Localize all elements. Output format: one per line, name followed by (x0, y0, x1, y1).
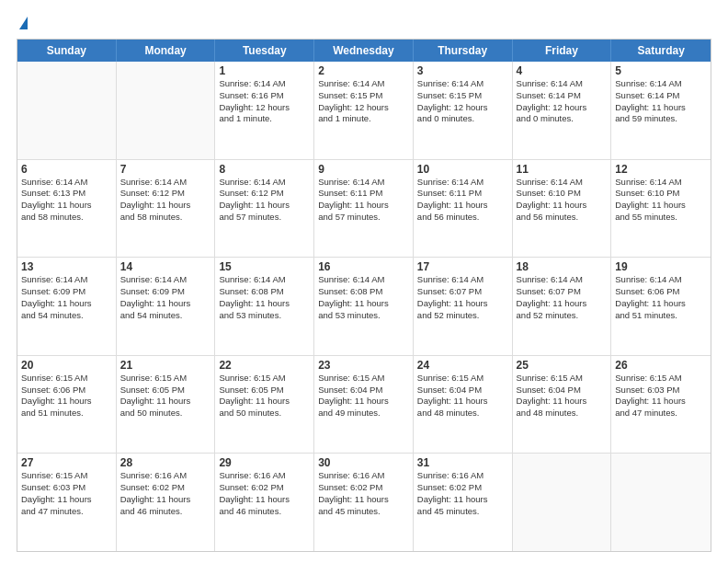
calendar-cell: 22Sunrise: 6:15 AMSunset: 6:05 PMDayligh… (215, 356, 314, 454)
cell-info-line: Sunrise: 6:14 AM (517, 78, 608, 90)
cell-info-line: and 52 minutes. (517, 310, 608, 322)
cell-info-line: Sunset: 6:09 PM (21, 286, 112, 298)
day-number: 12 (615, 163, 707, 176)
cell-info-line: Sunset: 6:16 PM (219, 90, 310, 102)
cell-info-line: and 52 minutes. (417, 310, 508, 322)
cell-info-line: and 53 minutes. (219, 310, 310, 322)
calendar-cell: 2Sunrise: 6:14 AMSunset: 6:15 PMDaylight… (314, 62, 414, 159)
cell-info-line: and 54 minutes. (120, 310, 211, 322)
day-number: 8 (219, 163, 310, 176)
cell-info-line: and 55 minutes. (615, 212, 707, 224)
cell-info-line: Sunrise: 6:14 AM (21, 274, 112, 286)
cell-info-line: Sunrise: 6:14 AM (517, 274, 608, 286)
cell-info-line: Daylight: 11 hours (615, 396, 707, 408)
cell-info-line: Sunset: 6:11 PM (417, 188, 508, 200)
cell-info-line: Sunrise: 6:16 AM (120, 470, 211, 482)
cell-info-line: and 56 minutes. (417, 212, 508, 224)
day-number: 24 (417, 359, 508, 372)
header-day-sunday: Sunday (17, 40, 117, 62)
cell-info-line: and 47 minutes. (21, 506, 112, 518)
cell-info-line: Sunrise: 6:16 AM (219, 470, 310, 482)
cell-info-line: Sunrise: 6:15 AM (615, 373, 707, 385)
day-number: 16 (318, 260, 409, 273)
cell-info-line: Sunset: 6:04 PM (318, 385, 409, 396)
cell-info-line: Sunset: 6:09 PM (120, 286, 211, 298)
cell-info-line: and 0 minutes. (417, 113, 508, 125)
cell-info-line: and 45 minutes. (318, 506, 409, 518)
cell-info-line: Daylight: 12 hours (417, 102, 508, 114)
cell-info-line: Sunrise: 6:14 AM (219, 78, 310, 90)
cell-info-line: Sunset: 6:14 PM (615, 90, 707, 102)
cell-info-line: and 48 minutes. (417, 408, 508, 419)
cell-info-line: Sunset: 6:04 PM (417, 385, 508, 396)
cell-info-line: Sunrise: 6:15 AM (120, 373, 211, 385)
calendar: SundayMondayTuesdayWednesdayThursdayFrid… (17, 39, 711, 552)
cell-info-line: and 56 minutes. (517, 212, 608, 224)
cell-info-line: and 48 minutes. (517, 408, 608, 419)
cell-info-line: and 50 minutes. (120, 408, 211, 419)
cell-info-line: Sunset: 6:05 PM (120, 385, 211, 396)
cell-info-line: Daylight: 11 hours (517, 396, 608, 408)
cell-info-line: Sunset: 6:02 PM (120, 482, 211, 494)
calendar-cell: 9Sunrise: 6:14 AMSunset: 6:11 PMDaylight… (314, 160, 414, 258)
cell-info-line: and 0 minutes. (517, 113, 608, 125)
cell-info-line: Daylight: 12 hours (318, 102, 409, 114)
cell-info-line: and 54 minutes. (21, 310, 112, 322)
cell-info-line: Sunrise: 6:14 AM (219, 274, 310, 286)
cell-info-line: Daylight: 11 hours (517, 298, 608, 310)
cell-info-line: Sunset: 6:15 PM (417, 90, 508, 102)
cell-info-line: Sunrise: 6:14 AM (417, 177, 508, 189)
calendar-cell: 5Sunrise: 6:14 AMSunset: 6:14 PMDaylight… (611, 62, 711, 159)
day-number: 23 (318, 359, 409, 372)
cell-info-line: Sunrise: 6:14 AM (120, 274, 211, 286)
cell-info-line: Sunrise: 6:14 AM (318, 274, 409, 286)
cell-info-line: and 46 minutes. (120, 506, 211, 518)
cell-info-line: Sunset: 6:11 PM (318, 188, 409, 200)
calendar-cell: 28Sunrise: 6:16 AMSunset: 6:02 PMDayligh… (117, 454, 216, 551)
cell-info-line: Sunrise: 6:14 AM (615, 274, 707, 286)
day-number: 20 (21, 359, 112, 372)
header-day-monday: Monday (117, 40, 216, 62)
day-number: 14 (120, 260, 211, 273)
calendar-cell: 17Sunrise: 6:14 AMSunset: 6:07 PMDayligh… (414, 258, 513, 355)
calendar-cell: 14Sunrise: 6:14 AMSunset: 6:09 PMDayligh… (117, 258, 216, 355)
calendar-cell: 29Sunrise: 6:16 AMSunset: 6:02 PMDayligh… (215, 454, 314, 551)
calendar-cell (611, 454, 711, 551)
calendar-cell: 20Sunrise: 6:15 AMSunset: 6:06 PMDayligh… (17, 356, 117, 454)
calendar-week-3: 13Sunrise: 6:14 AMSunset: 6:09 PMDayligh… (17, 258, 711, 356)
cell-info-line: Daylight: 11 hours (517, 200, 608, 212)
day-number: 21 (120, 359, 211, 372)
calendar-header: SundayMondayTuesdayWednesdayThursdayFrid… (17, 40, 711, 62)
day-number: 29 (219, 456, 310, 469)
day-number: 2 (318, 64, 409, 77)
cell-info-line: and 51 minutes. (21, 408, 112, 419)
calendar-cell: 15Sunrise: 6:14 AMSunset: 6:08 PMDayligh… (215, 258, 314, 355)
cell-info-line: Sunset: 6:10 PM (517, 188, 608, 200)
calendar-week-4: 20Sunrise: 6:15 AMSunset: 6:06 PMDayligh… (17, 356, 711, 454)
day-number: 9 (318, 163, 409, 176)
cell-info-line: Daylight: 11 hours (318, 200, 409, 212)
cell-info-line: Sunset: 6:13 PM (21, 188, 112, 200)
cell-info-line: Daylight: 11 hours (219, 298, 310, 310)
day-number: 6 (21, 163, 112, 176)
calendar-body: 1Sunrise: 6:14 AMSunset: 6:16 PMDaylight… (17, 62, 711, 551)
cell-info-line: Sunrise: 6:16 AM (417, 470, 508, 482)
cell-info-line: Daylight: 11 hours (615, 102, 707, 114)
cell-info-line: Daylight: 11 hours (219, 396, 310, 408)
cell-info-line: Daylight: 11 hours (21, 200, 112, 212)
cell-info-line: and 47 minutes. (615, 408, 707, 419)
cell-info-line: and 49 minutes. (318, 408, 409, 419)
cell-info-line: and 1 minute. (219, 113, 310, 125)
cell-info-line: Daylight: 11 hours (120, 298, 211, 310)
day-number: 31 (417, 456, 508, 469)
cell-info-line: and 59 minutes. (615, 113, 707, 125)
cell-info-line: and 57 minutes. (318, 212, 409, 224)
cell-info-line: Daylight: 11 hours (417, 494, 508, 506)
cell-info-line: Sunrise: 6:14 AM (21, 177, 112, 189)
cell-info-line: Daylight: 11 hours (615, 298, 707, 310)
cell-info-line: Sunrise: 6:15 AM (417, 373, 508, 385)
day-number: 7 (120, 163, 211, 176)
cell-info-line: and 1 minute. (318, 113, 409, 125)
cell-info-line: Sunrise: 6:15 AM (21, 470, 112, 482)
cell-info-line: Daylight: 11 hours (120, 200, 211, 212)
